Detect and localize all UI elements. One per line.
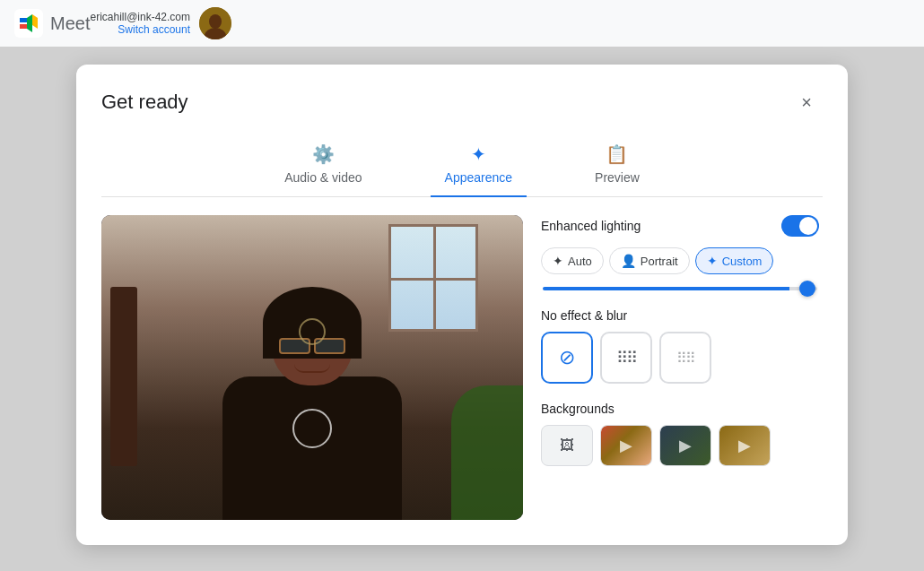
top-bar: Meet ericahill@ink-42.com Switch account xyxy=(0,0,924,47)
scene-window xyxy=(388,224,478,332)
video-circle-indicator xyxy=(292,409,332,448)
mode-auto-label: Auto xyxy=(568,255,592,268)
effect-blur-light-button[interactable]: ⠿⠿ xyxy=(600,332,652,384)
user-avatar[interactable] xyxy=(199,7,231,39)
no-effect-icon: ⊘ xyxy=(559,346,575,369)
mode-auto-button[interactable]: ✦ Auto xyxy=(541,247,604,274)
upload-icon: 🖼 xyxy=(560,437,574,454)
get-ready-modal: Get ready × ⚙️ Audio & video ✦ Appearenc… xyxy=(76,65,848,545)
tab-audio-video[interactable]: ⚙️ Audio & video xyxy=(270,136,376,197)
effects-section: No effect & blur ⊘ ⠿⠿ ⠿⠿ xyxy=(541,308,819,384)
backgrounds-section-title: Backgrounds xyxy=(541,402,819,416)
video-preview xyxy=(101,215,523,520)
bookshelf xyxy=(110,287,137,466)
lighting-section: Enhanced lighting ✦ Auto 👤 Portrait xyxy=(541,215,819,290)
smile xyxy=(294,364,330,373)
tab-preview-label: Preview xyxy=(595,170,640,185)
meet-logo: Meet xyxy=(14,9,90,38)
effect-options: ⊘ ⠿⠿ ⠿⠿ xyxy=(541,332,819,384)
background-3-thumb[interactable]: ▶ xyxy=(719,425,771,466)
background-1-thumb[interactable]: ▶ xyxy=(600,425,652,466)
lighting-toggle[interactable] xyxy=(781,215,819,237)
tabs-bar: ⚙️ Audio & video ✦ Appearence 📋 Preview xyxy=(101,136,823,197)
effects-section-title: No effect & blur xyxy=(541,308,819,323)
close-button[interactable]: × xyxy=(790,86,823,118)
switch-account-link[interactable]: Switch account xyxy=(118,23,190,36)
blur-heavy-icon: ⠿⠿ xyxy=(676,350,694,367)
modal-title: Get ready xyxy=(101,91,188,114)
lighting-label: Enhanced lighting xyxy=(541,219,641,233)
scene-plants xyxy=(451,385,523,520)
slider-thumb xyxy=(799,281,815,297)
settings-panel: Enhanced lighting ✦ Auto 👤 Portrait xyxy=(541,215,823,520)
portrait-icon: 👤 xyxy=(621,254,636,268)
bg1-play-icon: ▶ xyxy=(620,436,632,455)
backgrounds-grid: 🖼 ▶ ▶ ▶ xyxy=(541,425,819,466)
modal-content: Enhanced lighting ✦ Auto 👤 Portrait xyxy=(101,215,823,520)
custom-icon: ✦ xyxy=(707,254,718,268)
lighting-slider[interactable] xyxy=(543,287,817,290)
lighting-header: Enhanced lighting xyxy=(541,215,819,237)
background-2-thumb[interactable]: ▶ xyxy=(659,425,711,466)
tab-preview[interactable]: 📋 Preview xyxy=(580,136,654,197)
lighting-modes: ✦ Auto 👤 Portrait ✦ Custom xyxy=(541,247,819,274)
audio-video-icon: ⚙️ xyxy=(312,143,335,165)
tab-appearance-label: Appearence xyxy=(445,170,513,185)
app-name: Meet xyxy=(50,13,90,34)
mode-portrait-button[interactable]: 👤 Portrait xyxy=(609,247,690,274)
mode-custom-label: Custom xyxy=(722,255,763,268)
upload-background-button[interactable]: 🖼 xyxy=(541,425,593,466)
tab-audio-video-label: Audio & video xyxy=(284,170,362,185)
person-body xyxy=(222,376,402,520)
necklace xyxy=(299,318,326,345)
svg-point-2 xyxy=(209,14,222,29)
lighting-slider-container xyxy=(541,287,819,290)
effect-none-button[interactable]: ⊘ xyxy=(541,332,593,384)
tab-appearance[interactable]: ✦ Appearence xyxy=(431,136,527,197)
blur-light-icon: ⠿⠿ xyxy=(616,348,636,368)
auto-icon: ✦ xyxy=(553,254,563,268)
user-email: ericahill@ink-42.com xyxy=(90,11,190,23)
effect-blur-heavy-button[interactable]: ⠿⠿ xyxy=(659,332,711,384)
user-info: ericahill@ink-42.com Switch account xyxy=(90,11,190,36)
mode-custom-button[interactable]: ✦ Custom xyxy=(695,247,774,274)
modal-header: Get ready × xyxy=(101,86,823,118)
mode-portrait-label: Portrait xyxy=(641,255,678,268)
bg3-play-icon: ▶ xyxy=(738,436,751,455)
video-scene xyxy=(101,215,523,520)
toggle-thumb xyxy=(799,217,817,235)
user-area: ericahill@ink-42.com Switch account xyxy=(90,7,231,39)
appearance-icon: ✦ xyxy=(471,143,486,165)
preview-icon: 📋 xyxy=(606,143,628,165)
backgrounds-section: Backgrounds 🖼 ▶ ▶ xyxy=(541,402,819,466)
bg2-play-icon: ▶ xyxy=(679,436,692,455)
